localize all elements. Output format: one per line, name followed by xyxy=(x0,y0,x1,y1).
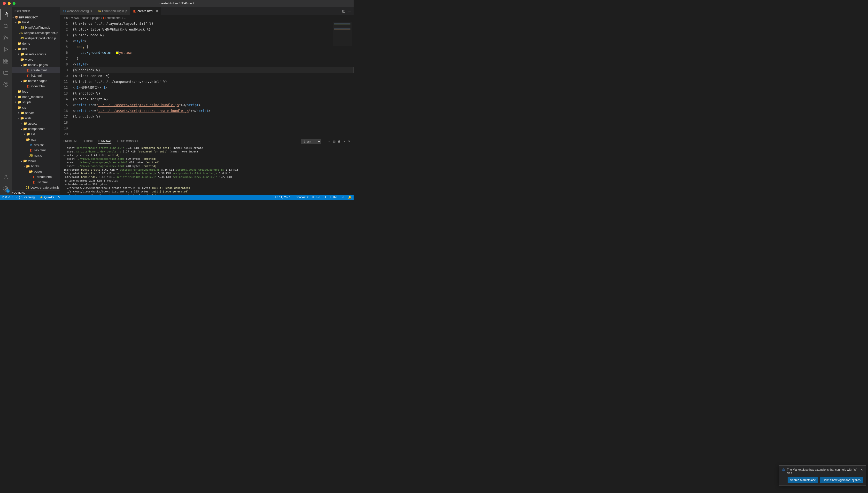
breadcrumb-item[interactable]: views xyxy=(71,16,79,20)
svg-point-2 xyxy=(4,39,5,40)
close-window-button[interactable] xyxy=(3,2,6,5)
extensions-icon[interactable] xyxy=(0,55,12,67)
folder-item[interactable]: ›📁server xyxy=(12,110,60,115)
close-panel-icon[interactable]: ✕ xyxy=(348,140,350,144)
svg-point-10 xyxy=(5,175,7,177)
file-item[interactable]: JSwebpack.production.js xyxy=(12,36,60,41)
svg-point-1 xyxy=(4,36,5,37)
file-item[interactable]: #nav.css xyxy=(12,142,60,147)
terminal-output[interactable]: asset scripts/books-create.bundle.js 1.3… xyxy=(60,145,353,195)
folder-item[interactable]: ›📁assets / scripts xyxy=(12,51,60,57)
folder-item[interactable]: ⌄📂components xyxy=(12,126,60,131)
search-icon[interactable] xyxy=(0,20,12,32)
folder-item[interactable]: ›📁demo xyxy=(12,41,60,46)
editor-tab[interactable]: ⬡webpack.config.js xyxy=(60,7,95,15)
folder-item[interactable]: ›📁list xyxy=(12,131,60,137)
status-quokka[interactable]: ⚡ Quokka xyxy=(40,196,54,199)
new-terminal-icon[interactable]: ＋ xyxy=(328,140,330,144)
folder-item[interactable]: ⌄📂src xyxy=(12,105,60,110)
file-item[interactable]: JSHtmlAfterPlugin.js xyxy=(12,25,60,30)
status-encoding[interactable]: UTF-8 xyxy=(312,196,320,199)
target-icon[interactable] xyxy=(0,79,12,90)
file-item[interactable]: JSnav.js xyxy=(12,153,60,158)
bottom-panel: PROBLEMSOUTPUTTERMINALDEBUG CONSOLE 1: z… xyxy=(60,138,353,195)
breadcrumbs[interactable]: dist›views›books›pages›◧ create.html›... xyxy=(60,15,353,21)
folder-item[interactable]: ⌄📂web xyxy=(12,115,60,121)
minimize-window-button[interactable] xyxy=(8,2,11,5)
folder-item[interactable]: ⌄📂views xyxy=(12,57,60,62)
folder-item[interactable]: ⌄📂nav xyxy=(12,137,60,142)
file-item[interactable]: ◧create.html xyxy=(12,67,60,73)
panel-tab[interactable]: OUTPUT xyxy=(83,140,93,144)
code-editor[interactable]: {% extends '../../layouts/layout.html' %… xyxy=(73,21,353,138)
svg-rect-6 xyxy=(4,62,5,63)
tab-more-icon[interactable]: ⋯ xyxy=(348,9,351,13)
close-tab-icon[interactable]: × xyxy=(156,9,158,13)
folder-item[interactable]: ›📁logs xyxy=(12,89,60,94)
file-item[interactable]: ◧index.html xyxy=(12,83,60,89)
folder-icon[interactable] xyxy=(0,67,12,79)
source-control-icon[interactable] xyxy=(0,32,12,44)
folder-item[interactable]: ⌄📂dist xyxy=(12,46,60,51)
run-debug-icon[interactable] xyxy=(0,44,12,55)
panel-tab[interactable]: DEBUG CONSOLE xyxy=(116,140,139,144)
folder-item[interactable]: ⌄📂books xyxy=(12,163,60,169)
outline-section[interactable]: ›OUTLINE xyxy=(12,191,60,195)
status-spaces[interactable]: Spaces: 2 xyxy=(296,196,309,199)
status-sync-icon[interactable]: ⟳ xyxy=(58,196,60,199)
status-feedback-icon[interactable]: ☺ xyxy=(342,196,345,199)
editor-tab[interactable]: ◧create.html× xyxy=(130,7,161,15)
editor-tabs: ⬡webpack.config.jsJSHtmlAfterPlugin.js◧c… xyxy=(60,7,353,15)
split-editor-icon[interactable]: ◫ xyxy=(342,9,345,13)
svg-point-9 xyxy=(5,83,7,85)
file-item[interactable]: ◧create.html xyxy=(12,174,60,179)
folder-item[interactable]: ›📁assets xyxy=(12,121,60,126)
sidebar-more-icon[interactable]: ⋯ xyxy=(54,9,58,13)
window-title: create.html — BFF-Project xyxy=(160,2,194,5)
status-cursor[interactable]: Ln 11, Col 15 xyxy=(275,196,292,199)
statusbar: ⊘ 0 ⚠ 0 {..} : Scanning.. ⚡ Quokka ⟳ Ln … xyxy=(0,195,353,200)
project-root[interactable]: ⌄📦BFF-PROJECT xyxy=(12,15,60,19)
breadcrumb-item[interactable]: dist xyxy=(64,16,69,20)
status-lang[interactable]: HTML xyxy=(330,196,338,199)
breadcrumb-item[interactable]: create.html xyxy=(107,16,121,20)
svg-point-0 xyxy=(4,24,7,28)
terminal-shell-select[interactable]: 1: zsh xyxy=(301,139,321,144)
maximize-panel-icon[interactable]: ＾ xyxy=(343,140,346,144)
panel-tab[interactable]: TERMINAL xyxy=(98,140,111,144)
file-tree: ⌄📂buildJSHtmlAfterPlugin.jsJSwebpack.dev… xyxy=(12,19,60,191)
line-numbers: 123456789101112131415161718192021 xyxy=(60,21,73,138)
file-item[interactable]: JSwebpack.development.js xyxy=(12,30,60,36)
breadcrumb-item[interactable]: books xyxy=(82,16,89,20)
panel-tab[interactable]: PROBLEMS xyxy=(64,140,78,144)
folder-item[interactable]: ›📁scripts xyxy=(12,99,60,105)
status-bell-icon[interactable]: 🔔 xyxy=(348,196,352,199)
breadcrumb-item[interactable]: ... xyxy=(124,16,127,20)
folder-item[interactable]: ⌄📂books / pages xyxy=(12,62,60,67)
maximize-window-button[interactable] xyxy=(13,2,16,5)
sidebar-title: EXPLORER xyxy=(15,10,30,13)
explorer-icon[interactable] xyxy=(0,9,12,20)
activity-bar: 1 xyxy=(0,7,12,195)
folder-item[interactable]: ⌄📂home / pages xyxy=(12,78,60,83)
status-scanning[interactable]: {..} : Scanning.. xyxy=(17,196,36,199)
folder-item[interactable]: ⌄📂views xyxy=(12,158,60,163)
sidebar: EXPLORER ⋯ ⌄📦BFF-PROJECT ⌄📂buildJSHtmlAf… xyxy=(12,7,60,195)
folder-item[interactable]: ⌄📂build xyxy=(12,19,60,25)
kill-terminal-icon[interactable]: 🗑 xyxy=(338,140,341,144)
account-icon[interactable] xyxy=(0,171,12,183)
status-eol[interactable]: LF xyxy=(324,196,327,199)
svg-rect-7 xyxy=(6,62,8,63)
split-terminal-icon[interactable]: ◫ xyxy=(333,140,336,144)
folder-item[interactable]: ⌄📂pages xyxy=(12,169,60,174)
file-item[interactable]: ◧nav.html xyxy=(12,147,60,153)
settings-icon[interactable]: 1 xyxy=(0,183,12,195)
file-item[interactable]: ◧list.html xyxy=(12,73,60,78)
status-errors[interactable]: ⊘ 0 ⚠ 0 xyxy=(2,196,13,199)
folder-item[interactable]: ›📁node_modules xyxy=(12,94,60,99)
file-item[interactable]: JSbooks-create.entry.js xyxy=(12,185,60,190)
breadcrumb-item[interactable]: pages xyxy=(92,16,100,20)
panel-tabs: PROBLEMSOUTPUTTERMINALDEBUG CONSOLE 1: z… xyxy=(60,138,353,145)
editor-tab[interactable]: JSHtmlAfterPlugin.js xyxy=(95,7,130,15)
file-item[interactable]: ◧list.html xyxy=(12,179,60,185)
